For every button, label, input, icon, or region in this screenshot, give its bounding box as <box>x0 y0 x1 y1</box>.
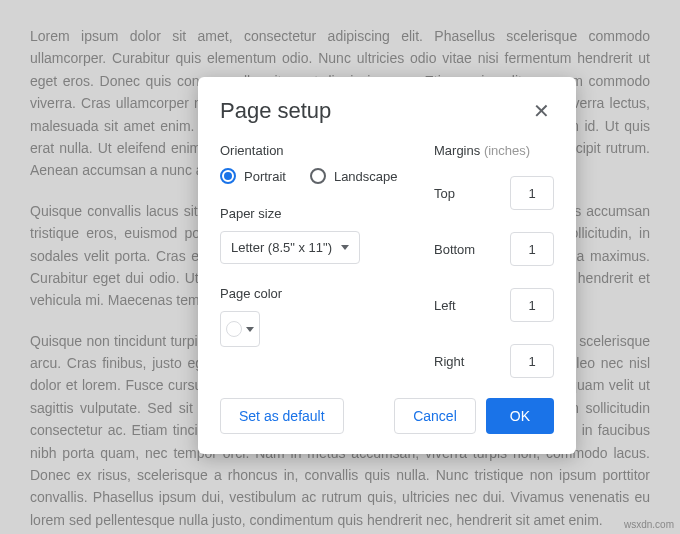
paper-size-value: Letter (8.5" x 11") <box>231 240 332 255</box>
cancel-button[interactable]: Cancel <box>394 398 476 434</box>
dialog-title: Page setup <box>220 98 331 124</box>
margin-top-label: Top <box>434 186 455 201</box>
page-setup-dialog: Page setup ✕ Orientation Portrait Landsc… <box>198 77 576 454</box>
margin-right-input[interactable] <box>510 344 554 378</box>
color-swatch <box>226 321 242 337</box>
margin-bottom-input[interactable] <box>510 232 554 266</box>
radio-label: Landscape <box>334 169 398 184</box>
margin-left-input[interactable] <box>510 288 554 322</box>
watermark: wsxdn.com <box>624 519 674 530</box>
chevron-down-icon <box>341 245 349 250</box>
page-color-label: Page color <box>220 286 404 301</box>
paper-size-select[interactable]: Letter (8.5" x 11") <box>220 231 360 264</box>
radio-icon <box>310 168 326 184</box>
orientation-landscape-radio[interactable]: Landscape <box>310 168 398 184</box>
ok-button[interactable]: OK <box>486 398 554 434</box>
close-icon[interactable]: ✕ <box>529 97 554 125</box>
margin-top-input[interactable] <box>510 176 554 210</box>
page-color-select[interactable] <box>220 311 260 347</box>
margins-label: Margins (inches) <box>434 143 554 158</box>
chevron-down-icon <box>246 327 254 332</box>
paper-size-label: Paper size <box>220 206 404 221</box>
radio-icon <box>220 168 236 184</box>
margins-unit: (inches) <box>484 143 530 158</box>
orientation-label: Orientation <box>220 143 404 158</box>
orientation-portrait-radio[interactable]: Portrait <box>220 168 286 184</box>
set-as-default-button[interactable]: Set as default <box>220 398 344 434</box>
radio-label: Portrait <box>244 169 286 184</box>
margin-bottom-label: Bottom <box>434 242 475 257</box>
margin-right-label: Right <box>434 354 464 369</box>
margin-left-label: Left <box>434 298 456 313</box>
